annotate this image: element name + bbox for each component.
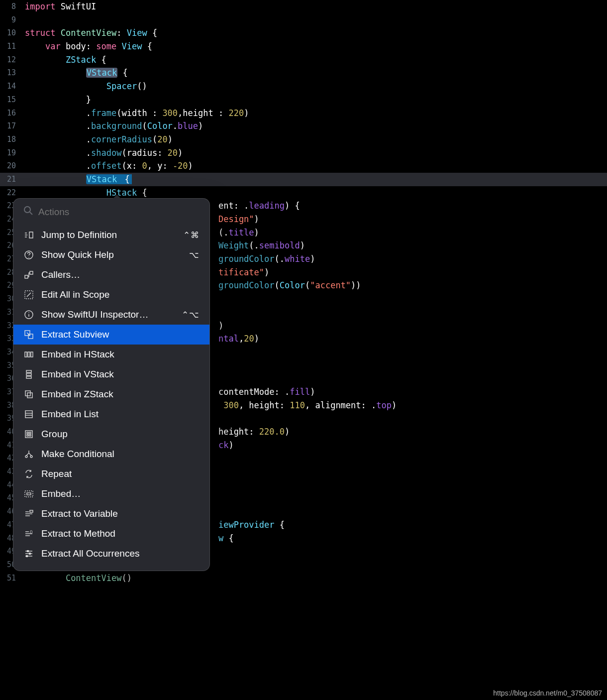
- code-token: ContentView: [66, 573, 122, 583]
- code-token: .: [173, 121, 178, 131]
- menu-item-jump-to-definition[interactable]: Jump to Definition⌃⌘: [13, 225, 209, 245]
- code-token: ): [168, 134, 173, 144]
- code-token: ZStack: [66, 55, 96, 65]
- code-content[interactable]: .background(Color.blue): [20, 119, 607, 133]
- line-number: 20: [0, 159, 20, 173]
- menu-item-show-quick-help[interactable]: Show Quick Help⌥: [13, 245, 209, 265]
- menu-item-repeat[interactable]: Repeat: [13, 464, 209, 484]
- code-token: ,height :: [178, 108, 228, 118]
- line-number: 9: [0, 13, 20, 27]
- code-line[interactable]: 11 var body: some View {: [0, 40, 607, 53]
- code-line[interactable]: 8import SwiftUI: [0, 0, 607, 13]
- code-line[interactable]: 15 }: [0, 93, 607, 107]
- code-line[interactable]: 21 VStack {: [0, 173, 607, 186]
- svg-rect-15: [26, 370, 31, 372]
- code-token: }: [25, 95, 91, 105]
- menu-item-embed-in-hstack[interactable]: Embed in HStack: [13, 345, 209, 364]
- menu-item-edit-all-in-scope[interactable]: Edit All in Scope: [13, 285, 209, 305]
- code-line[interactable]: 14 Spacer(): [0, 80, 607, 93]
- code-content[interactable]: }: [20, 93, 607, 107]
- code-token: ): [264, 267, 269, 277]
- line-number: 14: [0, 80, 20, 93]
- code-token: SwiftUI: [61, 1, 97, 11]
- svg-point-9: [28, 312, 29, 313]
- code-content[interactable]: HStack {: [20, 186, 607, 200]
- code-token: ): [310, 254, 315, 264]
- code-content[interactable]: .cornerRadius(20): [20, 133, 607, 146]
- code-line[interactable]: 10struct ContentView: View {: [0, 26, 607, 40]
- code-line[interactable]: 51 ContentView(): [0, 572, 607, 585]
- code-token: ): [300, 240, 305, 250]
- code-content[interactable]: ContentView(): [20, 572, 607, 585]
- line-number: 11: [0, 40, 20, 53]
- code-content[interactable]: .frame(width : 300,height : 220): [20, 107, 607, 120]
- conditional-icon: [23, 449, 34, 459]
- line-number: 19: [0, 146, 20, 160]
- watermark-text: https://blog.csdn.net/m0_37508087: [493, 689, 602, 697]
- code-line[interactable]: 20 .offset(x: 0, y: -20): [0, 159, 607, 173]
- menu-item-embed-in-zstack[interactable]: Embed in ZStack: [13, 384, 209, 404]
- code-content[interactable]: VStack {: [20, 173, 607, 186]
- line-number: 18: [0, 133, 20, 146]
- code-line[interactable]: 17 .background(Color.blue): [0, 119, 607, 133]
- code-token: 300: [223, 400, 239, 410]
- menu-item-callers[interactable]: Callers…: [13, 265, 209, 285]
- code-token: VStack: [86, 174, 117, 184]
- menu-item-extract-all-occurrences[interactable]: Extract All Occurrences: [13, 544, 209, 564]
- code-token: fill: [290, 387, 310, 397]
- code-token: offset: [91, 161, 121, 171]
- code-token: cornerRadius: [91, 134, 152, 144]
- svg-rect-4: [25, 275, 28, 278]
- menu-item-embed-in-list[interactable]: Embed in List: [13, 404, 209, 424]
- code-token: 20: [157, 134, 167, 144]
- menu-item-label: Extract to Variable: [41, 508, 193, 519]
- code-content[interactable]: [20, 13, 607, 27]
- menu-item-extract-to-method[interactable]: ()Extract to Method: [13, 524, 209, 544]
- code-content[interactable]: ZStack {: [20, 53, 607, 67]
- definition-icon: [23, 230, 34, 240]
- code-token: shadow: [91, 148, 121, 158]
- actions-search-input[interactable]: [38, 207, 200, 218]
- menu-item-embed-in-vstack[interactable]: Embed in VStack: [13, 364, 209, 384]
- help-icon: [23, 250, 34, 260]
- line-number: 10: [0, 26, 20, 40]
- menu-item-label: Extract All Occurrences: [41, 548, 193, 559]
- actions-context-menu: Jump to Definition⌃⌘Show Quick Help⌥Call…: [13, 198, 210, 571]
- menu-item-extract-to-variable[interactable]: Extract to Variable: [13, 504, 209, 524]
- extract-sub-icon: [23, 330, 34, 340]
- code-token: "accent": [310, 280, 351, 290]
- menu-item-embed[interactable]: Embed…: [13, 484, 209, 504]
- edit-scope-icon: [23, 290, 34, 300]
- code-line[interactable]: 22 HStack {: [0, 186, 607, 200]
- code-content[interactable]: var body: some View {: [20, 40, 607, 53]
- code-token: (: [152, 134, 157, 144]
- menu-item-show-swiftui-inspector[interactable]: Show SwiftUI Inspector…⌃⌥: [13, 305, 209, 325]
- code-token: .: [25, 134, 91, 144]
- code-line[interactable]: 19 .shadow(radius: 20): [0, 146, 607, 160]
- code-line[interactable]: 18 .cornerRadius(20): [0, 133, 607, 146]
- svg-rect-24: [27, 432, 28, 434]
- svg-rect-31: [27, 493, 31, 495]
- menu-item-group[interactable]: Group: [13, 424, 209, 444]
- code-token: [25, 55, 66, 65]
- code-content[interactable]: .offset(x: 0, y: -20): [20, 159, 607, 173]
- code-token: (width :: [116, 108, 162, 118]
- code-token: body:: [61, 41, 97, 51]
- code-content[interactable]: .shadow(radius: 20): [20, 146, 607, 160]
- menu-item-label: Make Conditional: [41, 449, 193, 460]
- code-line[interactable]: 12 ZStack {: [0, 53, 607, 67]
- code-content[interactable]: struct ContentView: View {: [20, 26, 607, 40]
- code-token: , height:: [239, 400, 290, 410]
- code-token: ): [254, 334, 259, 344]
- svg-rect-12: [25, 352, 27, 357]
- code-line[interactable]: 16 .frame(width : 300,height : 220): [0, 107, 607, 120]
- extract-meth-icon: (): [23, 529, 34, 539]
- code-line[interactable]: 13 VStack {: [0, 66, 607, 80]
- code-content[interactable]: VStack {: [20, 66, 607, 80]
- code-content[interactable]: Spacer(): [20, 80, 607, 93]
- code-line[interactable]: 9: [0, 13, 607, 27]
- search-icon: [23, 206, 33, 218]
- code-content[interactable]: import SwiftUI: [20, 0, 607, 13]
- menu-item-make-conditional[interactable]: Make Conditional: [13, 444, 209, 464]
- menu-item-extract-subview[interactable]: Extract Subview: [13, 325, 209, 345]
